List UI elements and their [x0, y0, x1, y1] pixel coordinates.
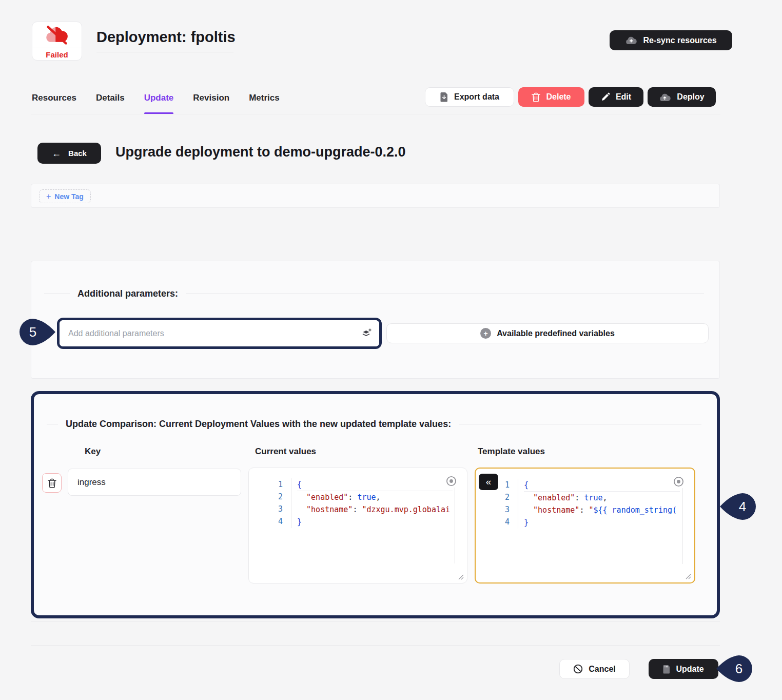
tab-bar-divider: [31, 114, 720, 114]
current-values-editor[interactable]: 1234 { "enabled": true, "hostname": "dzx…: [248, 468, 467, 584]
delete-row-button[interactable]: [42, 473, 62, 493]
back-arrow-icon: ←: [52, 149, 61, 158]
delete-label: Delete: [546, 92, 571, 102]
save-icon: [663, 665, 670, 674]
predefined-variables-button[interactable]: + Available predefined variables: [386, 323, 709, 343]
status-label: Failed: [32, 48, 82, 61]
cloud-plus-icon: [625, 35, 637, 45]
deploy-label: Deploy: [677, 92, 704, 102]
delete-button[interactable]: Delete: [518, 87, 584, 107]
comparison-legend: Update Comparison: Current Deployment Va…: [47, 419, 701, 430]
new-tag-button[interactable]: + New Tag: [39, 189, 91, 203]
tab-resources[interactable]: Resources: [32, 92, 76, 114]
prohibition-icon: [573, 664, 583, 674]
resize-handle[interactable]: [458, 574, 464, 580]
cloud-upload-icon: [659, 92, 671, 102]
new-tag-label: New Tag: [54, 192, 84, 201]
column-header-current-values: Current values: [255, 446, 316, 457]
code-content[interactable]: { "enabled": true, "hostname": "dzxgu.mv…: [291, 478, 453, 528]
tags-container: + New Tag: [31, 184, 720, 208]
update-label: Update: [676, 665, 703, 674]
update-comparison-section: Update Comparison: Current Deployment Va…: [31, 391, 720, 618]
params-legend: Additional parameters:: [44, 288, 704, 299]
tab-bar: Resources Details Update Revision Metric…: [32, 92, 280, 114]
eye-icon[interactable]: [673, 476, 684, 487]
section-divider: [31, 621, 720, 622]
cancel-button[interactable]: Cancel: [559, 659, 630, 679]
export-label: Export data: [454, 92, 499, 102]
cancel-label: Cancel: [589, 665, 615, 674]
plus-icon: +: [46, 192, 51, 201]
column-header-template-values: Template values: [478, 446, 545, 457]
edit-label: Edit: [616, 92, 631, 102]
file-download-icon: [440, 92, 448, 102]
predefined-variables-label: Available predefined variables: [497, 329, 615, 338]
cloud-slash-icon: [32, 22, 82, 48]
plus-circle-icon: +: [480, 328, 491, 339]
template-values-editor[interactable]: « 1234 { "enabled": true, "hostname": "$…: [475, 468, 695, 584]
column-header-key: Key: [85, 446, 101, 457]
layers-plus-icon[interactable]: [361, 328, 372, 341]
tab-details[interactable]: Details: [96, 92, 125, 114]
upgrade-title: Upgrade deployment to demo-upgrade-0.2.0: [115, 144, 406, 160]
back-button[interactable]: ← Back: [37, 143, 101, 164]
params-legend-label: Additional parameters:: [77, 288, 178, 299]
editor-scrollbar: [455, 488, 455, 563]
tab-revision[interactable]: Revision: [193, 92, 229, 114]
tab-metrics[interactable]: Metrics: [249, 92, 280, 114]
annotation-number: 4: [729, 492, 756, 521]
edit-button[interactable]: Edit: [589, 87, 643, 107]
eye-icon[interactable]: [446, 476, 457, 487]
export-data-button[interactable]: Export data: [425, 87, 514, 107]
tab-update[interactable]: Update: [144, 92, 174, 114]
annotation-pin-6: 6: [715, 654, 752, 683]
code-content[interactable]: { "enabled": true, "hostname": "${{ rand…: [518, 479, 680, 529]
page-title: Deployment: fpoltis: [96, 29, 236, 46]
editor-scrollbar: [682, 488, 682, 564]
resync-resources-button[interactable]: Re-sync resources: [610, 30, 732, 50]
resize-handle[interactable]: [686, 574, 691, 579]
title-underline: [96, 52, 233, 52]
footer-divider: [31, 645, 720, 646]
status-badge: Failed: [32, 22, 82, 61]
resync-label: Re-sync resources: [643, 36, 716, 45]
back-label: Back: [68, 149, 87, 158]
update-button[interactable]: Update: [649, 659, 718, 679]
pencil-icon: [601, 92, 610, 102]
additional-parameters-input[interactable]: [60, 320, 379, 346]
key-input[interactable]: [68, 469, 241, 496]
comparison-legend-label: Update Comparison: Current Deployment Va…: [66, 419, 451, 430]
line-numbers: 1234: [249, 478, 283, 528]
annotation-pin-4: 4: [719, 492, 756, 521]
additional-parameters-section: Additional parameters: + Available prede…: [31, 261, 720, 379]
line-numbers: 1234: [476, 479, 510, 528]
trash-icon: [532, 92, 540, 102]
deploy-button[interactable]: Deploy: [648, 87, 716, 107]
trash-icon: [48, 478, 56, 488]
params-input-highlight: [57, 318, 382, 349]
annotation-number: 6: [726, 654, 752, 683]
